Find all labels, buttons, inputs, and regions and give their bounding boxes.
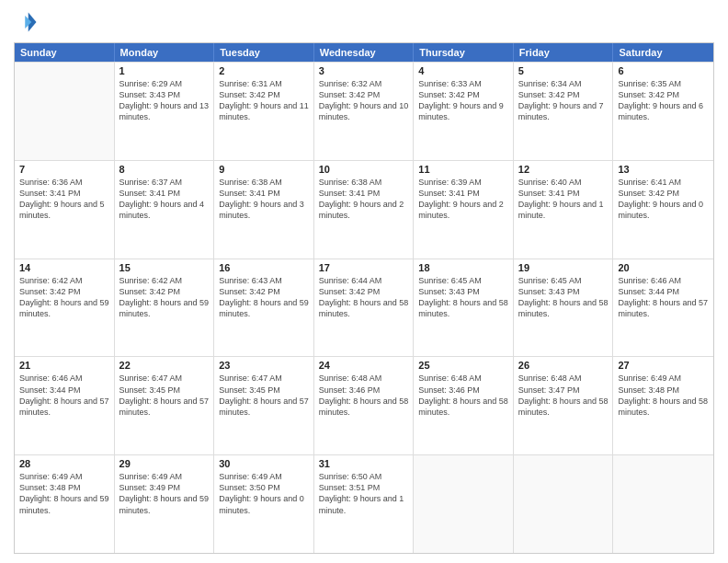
calendar-cell: 5Sunrise: 6:34 AMSunset: 3:42 PMDaylight… — [514, 63, 614, 160]
day-number: 11 — [418, 164, 508, 175]
sunset-text: Sunset: 3:41 PM — [119, 188, 210, 199]
day-number: 9 — [219, 164, 309, 175]
day-number: 14 — [19, 262, 109, 273]
sunset-text: Sunset: 3:43 PM — [418, 286, 508, 297]
sunset-text: Sunset: 3:42 PM — [418, 89, 508, 100]
calendar-cell: 9Sunrise: 6:38 AMSunset: 3:41 PMDaylight… — [214, 161, 314, 259]
daylight-text: Daylight: 8 hours and 57 minutes. — [119, 396, 210, 418]
day-number: 20 — [618, 262, 709, 273]
sunrise-text: Sunrise: 6:29 AM — [119, 78, 210, 89]
sunrise-text: Sunrise: 6:36 AM — [19, 177, 109, 188]
sunrise-text: Sunrise: 6:40 AM — [518, 177, 609, 188]
sunset-text: Sunset: 3:41 PM — [418, 188, 508, 199]
weekday-header-thursday: Thursday — [414, 43, 514, 62]
sunset-text: Sunset: 3:43 PM — [518, 286, 609, 297]
calendar-cell: 17Sunrise: 6:44 AMSunset: 3:42 PMDayligh… — [314, 259, 415, 357]
sunset-text: Sunset: 3:43 PM — [119, 89, 210, 100]
weekday-header-friday: Friday — [514, 43, 614, 62]
sunset-text: Sunset: 3:42 PM — [518, 89, 609, 100]
day-number: 6 — [618, 65, 709, 76]
calendar-cell: 16Sunrise: 6:43 AMSunset: 3:42 PMDayligh… — [214, 259, 314, 357]
daylight-text: Daylight: 9 hours and 4 minutes. — [119, 199, 210, 221]
header — [14, 9, 714, 35]
day-number: 7 — [19, 164, 109, 175]
day-number: 4 — [418, 65, 508, 76]
daylight-text: Daylight: 9 hours and 10 minutes. — [319, 100, 409, 122]
sunset-text: Sunset: 3:41 PM — [219, 188, 309, 199]
sunset-text: Sunset: 3:42 PM — [219, 286, 309, 297]
daylight-text: Daylight: 8 hours and 58 minutes. — [618, 396, 709, 418]
sunrise-text: Sunrise: 6:46 AM — [618, 275, 709, 286]
sunrise-text: Sunrise: 6:34 AM — [518, 78, 609, 89]
calendar-cell: 7Sunrise: 6:36 AMSunset: 3:41 PMDaylight… — [15, 161, 115, 259]
day-number: 29 — [119, 458, 210, 469]
sunset-text: Sunset: 3:42 PM — [119, 286, 210, 297]
day-number: 12 — [518, 164, 609, 175]
sunset-text: Sunset: 3:48 PM — [618, 385, 709, 396]
day-number: 28 — [19, 458, 109, 469]
sunrise-text: Sunrise: 6:33 AM — [418, 78, 508, 89]
sunset-text: Sunset: 3:41 PM — [19, 188, 109, 199]
daylight-text: Daylight: 9 hours and 11 minutes. — [219, 100, 309, 122]
day-number: 10 — [319, 164, 409, 175]
daylight-text: Daylight: 8 hours and 59 minutes. — [119, 297, 210, 319]
daylight-text: Daylight: 9 hours and 0 minutes. — [219, 493, 309, 515]
calendar-cell: 15Sunrise: 6:42 AMSunset: 3:42 PMDayligh… — [115, 259, 215, 357]
sunrise-text: Sunrise: 6:48 AM — [418, 373, 508, 384]
daylight-text: Daylight: 8 hours and 57 minutes. — [219, 396, 309, 418]
day-number: 16 — [219, 262, 309, 273]
daylight-text: Daylight: 8 hours and 59 minutes. — [19, 297, 109, 319]
daylight-text: Daylight: 8 hours and 57 minutes. — [19, 396, 109, 418]
sunrise-text: Sunrise: 6:37 AM — [119, 177, 210, 188]
sunrise-text: Sunrise: 6:35 AM — [618, 78, 709, 89]
daylight-text: Daylight: 9 hours and 2 minutes. — [319, 199, 409, 221]
main-container: SundayMondayTuesdayWednesdayThursdayFrid… — [0, 0, 728, 563]
sunrise-text: Sunrise: 6:42 AM — [19, 275, 109, 286]
calendar-cell: 23Sunrise: 6:47 AMSunset: 3:45 PMDayligh… — [214, 357, 314, 454]
day-number: 30 — [219, 458, 309, 469]
calendar-cell: 27Sunrise: 6:49 AMSunset: 3:48 PMDayligh… — [613, 357, 713, 454]
daylight-text: Daylight: 8 hours and 58 minutes. — [418, 297, 508, 319]
weekday-header-saturday: Saturday — [613, 43, 713, 62]
sunset-text: Sunset: 3:45 PM — [119, 385, 210, 396]
daylight-text: Daylight: 9 hours and 13 minutes. — [119, 100, 210, 122]
sunrise-text: Sunrise: 6:48 AM — [319, 373, 409, 384]
daylight-text: Daylight: 9 hours and 9 minutes. — [418, 100, 508, 122]
daylight-text: Daylight: 8 hours and 58 minutes. — [319, 297, 409, 319]
day-number: 1 — [119, 65, 210, 76]
day-number: 27 — [618, 360, 709, 371]
sunrise-text: Sunrise: 6:32 AM — [319, 78, 409, 89]
calendar-cell: 1Sunrise: 6:29 AMSunset: 3:43 PMDaylight… — [115, 63, 215, 160]
calendar-cell: 13Sunrise: 6:41 AMSunset: 3:42 PMDayligh… — [613, 161, 713, 259]
sunrise-text: Sunrise: 6:47 AM — [219, 373, 309, 384]
calendar-cell: 8Sunrise: 6:37 AMSunset: 3:41 PMDaylight… — [115, 161, 215, 259]
sunrise-text: Sunrise: 6:49 AM — [119, 471, 210, 482]
sunrise-text: Sunrise: 6:46 AM — [19, 373, 109, 384]
sunrise-text: Sunrise: 6:47 AM — [119, 373, 210, 384]
sunrise-text: Sunrise: 6:50 AM — [319, 471, 409, 482]
sunset-text: Sunset: 3:51 PM — [319, 482, 409, 493]
sunrise-text: Sunrise: 6:49 AM — [219, 471, 309, 482]
sunrise-text: Sunrise: 6:44 AM — [319, 275, 409, 286]
daylight-text: Daylight: 9 hours and 7 minutes. — [518, 100, 609, 122]
calendar-cell: 2Sunrise: 6:31 AMSunset: 3:42 PMDaylight… — [214, 63, 314, 160]
calendar-row-4: 21Sunrise: 6:46 AMSunset: 3:44 PMDayligh… — [15, 356, 713, 454]
calendar-body: 1Sunrise: 6:29 AMSunset: 3:43 PMDaylight… — [15, 62, 713, 553]
sunrise-text: Sunrise: 6:49 AM — [19, 471, 109, 482]
calendar-cell — [15, 63, 115, 160]
day-number: 19 — [518, 262, 609, 273]
day-number: 25 — [418, 360, 508, 371]
sunset-text: Sunset: 3:42 PM — [319, 286, 409, 297]
weekday-header-wednesday: Wednesday — [314, 43, 415, 62]
calendar-cell: 3Sunrise: 6:32 AMSunset: 3:42 PMDaylight… — [314, 63, 415, 160]
sunrise-text: Sunrise: 6:49 AM — [618, 373, 709, 384]
sunset-text: Sunset: 3:41 PM — [319, 188, 409, 199]
sunrise-text: Sunrise: 6:42 AM — [119, 275, 210, 286]
calendar-cell — [514, 455, 614, 553]
daylight-text: Daylight: 8 hours and 59 minutes. — [119, 493, 210, 515]
weekday-header-sunday: Sunday — [15, 43, 115, 62]
daylight-text: Daylight: 8 hours and 58 minutes. — [418, 396, 508, 418]
calendar-cell — [414, 455, 514, 553]
day-number: 8 — [119, 164, 210, 175]
sunset-text: Sunset: 3:48 PM — [19, 482, 109, 493]
